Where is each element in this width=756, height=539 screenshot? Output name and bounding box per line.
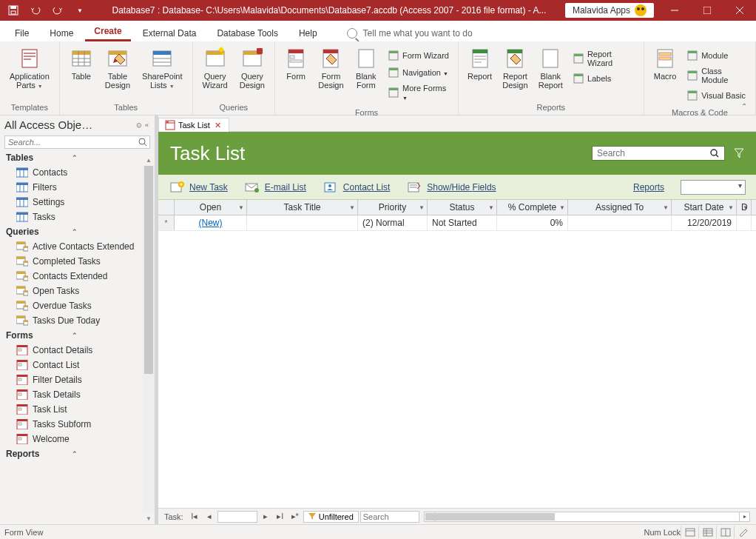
maximize-button[interactable] — [691, 0, 723, 21]
ribbon-table[interactable]: Table — [64, 44, 98, 83]
filter-icon[interactable] — [734, 148, 744, 158]
redo-icon[interactable] — [49, 1, 67, 19]
view-design-icon[interactable] — [734, 526, 752, 538]
tell-me-search[interactable]: Tell me what you want to do — [338, 25, 482, 41]
ribbon-blank-form[interactable]: BlankForm — [350, 44, 382, 92]
search-icon[interactable] — [136, 136, 149, 148]
ribbon-form[interactable]: Form — [280, 44, 312, 83]
qat-customize-icon[interactable]: ▼ — [71, 1, 89, 19]
horizontal-scrollbar[interactable]: ◂ ▸ — [424, 512, 750, 522]
dropdown-icon[interactable]: ▼ — [559, 204, 565, 211]
col--complete[interactable]: % Complete▼ — [497, 200, 568, 215]
dropdown-icon[interactable]: ▼ — [743, 204, 749, 211]
save-icon[interactable] — [4, 1, 22, 19]
ribbon-query-design[interactable]: QueryDesign — [234, 44, 270, 92]
form-search-input[interactable] — [597, 148, 709, 158]
nav-item-task-list[interactable]: Task List — [0, 402, 143, 417]
ribbon-report[interactable]: Report — [463, 44, 496, 83]
scroll-right-icon[interactable]: ▸ — [739, 512, 749, 521]
ribbon-query-wizard[interactable]: QueryWizard — [198, 44, 233, 92]
nav-new-icon[interactable]: ▸* — [288, 511, 302, 523]
menu-home[interactable]: Home — [41, 25, 82, 41]
ribbon-class-module[interactable]: Class Module — [683, 64, 751, 87]
nav-item-filter-details[interactable]: Filter Details — [0, 372, 143, 387]
col-status[interactable]: Status▼ — [428, 200, 497, 215]
nav-item-tasks[interactable]: Tasks — [0, 210, 143, 224]
view-datasheet-icon[interactable] — [698, 526, 716, 538]
navpane-dropdown-icon[interactable]: ⊙ — [135, 120, 144, 130]
cell[interactable] — [568, 215, 672, 230]
toolbar-new-task[interactable]: New Task — [169, 181, 228, 194]
col-start-date[interactable]: Start Date▼ — [672, 200, 737, 215]
ribbon-form-design[interactable]: FormDesign — [314, 44, 348, 92]
nav-group-tables[interactable]: Tables⌃ — [0, 150, 143, 165]
ribbon-report-design[interactable]: ReportDesign — [498, 44, 532, 92]
minimize-button[interactable] — [658, 0, 691, 21]
dropdown-icon[interactable]: ▼ — [488, 204, 494, 211]
col-assigned-to[interactable]: Assigned To▼ — [568, 200, 672, 215]
nav-group-reports[interactable]: Reports⌃ — [0, 446, 143, 461]
nav-item-active-contacts-extended[interactable]: Active Contacts Extended — [0, 239, 143, 254]
menu-external-data[interactable]: External Data — [134, 25, 206, 41]
ribbon-labels[interactable]: Labels — [569, 70, 639, 87]
view-layout-icon[interactable] — [716, 526, 734, 538]
grid-search-input[interactable] — [360, 511, 419, 523]
col-task-title[interactable]: Task Title▼ — [247, 200, 358, 215]
row-selector-header[interactable] — [158, 200, 175, 215]
filter-toggle[interactable]: Unfiltered — [303, 511, 359, 523]
cell[interactable]: Not Started — [428, 215, 497, 230]
menu-create[interactable]: Create — [85, 23, 130, 41]
form-search[interactable] — [592, 146, 725, 161]
toolbar-reports-select[interactable] — [681, 180, 746, 195]
dropdown-icon[interactable]: ▼ — [663, 204, 669, 211]
undo-icon[interactable] — [27, 1, 44, 19]
nav-item-contact-list[interactable]: Contact List — [0, 358, 143, 372]
ribbon-application-parts[interactable]: ApplicationParts ▼ — [4, 44, 55, 93]
nav-position-input[interactable] — [217, 511, 257, 523]
ribbon-blank-report[interactable]: BlankReport — [534, 44, 567, 92]
scroll-thumb[interactable] — [144, 166, 153, 374]
ribbon-form-wizard[interactable]: Form Wizard — [384, 47, 453, 64]
dropdown-icon[interactable]: ▼ — [728, 204, 734, 211]
menu-database-tools[interactable]: Database Tools — [208, 25, 287, 41]
nav-item-task-details[interactable]: Task Details — [0, 387, 143, 402]
navpane-search[interactable] — [4, 135, 150, 149]
table-row[interactable]: *(New)(2) NormalNot Started0%12/20/2019 — [158, 215, 756, 231]
close-button[interactable] — [723, 0, 756, 21]
view-form-icon[interactable] — [681, 526, 698, 538]
cell[interactable]: 0% — [497, 215, 568, 230]
ribbon-macro[interactable]: Macro — [649, 44, 681, 83]
ribbon-module[interactable]: Module — [683, 47, 751, 64]
ribbon-sharepoint-lists[interactable]: SharePointLists ▼ — [137, 44, 187, 93]
doctab-task-list[interactable]: Task List ✕ — [158, 118, 229, 132]
nav-last-icon[interactable]: ▸I — [274, 511, 287, 523]
search-icon[interactable] — [709, 148, 720, 158]
nav-item-filters[interactable]: Filters — [0, 180, 143, 195]
dropdown-icon[interactable]: ▼ — [238, 204, 244, 211]
row-selector[interactable]: * — [158, 215, 175, 230]
scroll-thumb[interactable] — [425, 513, 556, 520]
cell[interactable]: (New) — [175, 215, 247, 230]
cell[interactable] — [247, 215, 358, 230]
nav-item-contacts[interactable]: Contacts — [0, 165, 143, 180]
menu-file[interactable]: File — [6, 25, 38, 41]
nav-group-queries[interactable]: Queries⌃ — [0, 224, 143, 239]
nav-item-welcome[interactable]: Welcome — [0, 432, 143, 446]
nav-item-contacts-extended[interactable]: Contacts Extended — [0, 269, 143, 284]
cell[interactable]: (2) Normal — [358, 215, 428, 230]
nav-item-contact-details[interactable]: Contact Details — [0, 343, 143, 358]
cell[interactable]: 12/20/2019 — [672, 215, 737, 230]
navpane-scrollbar[interactable]: ▲ ▼ — [143, 154, 155, 524]
scroll-down-icon[interactable]: ▼ — [143, 512, 155, 524]
col-priority[interactable]: Priority▼ — [358, 200, 428, 215]
menu-help[interactable]: Help — [290, 25, 326, 41]
dropdown-icon[interactable]: ▼ — [419, 204, 425, 211]
navpane-collapse-icon[interactable]: « — [144, 120, 150, 130]
toolbar-e-mail-list[interactable]: E-mail List — [244, 181, 306, 194]
toolbar-contact-list[interactable]: Contact List — [323, 181, 390, 194]
toolbar-reports-link[interactable]: Reports — [633, 182, 664, 192]
dropdown-icon[interactable]: ▼ — [349, 204, 355, 211]
cell[interactable] — [737, 215, 752, 230]
nav-item-settings[interactable]: Settings — [0, 195, 143, 210]
toolbar-show-hide-fields[interactable]: Show/Hide Fields — [406, 181, 496, 194]
